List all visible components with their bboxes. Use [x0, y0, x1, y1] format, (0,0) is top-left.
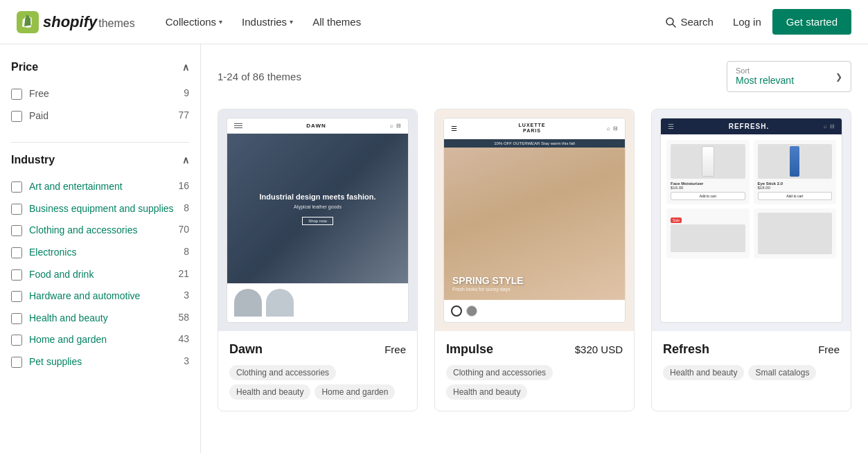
logo[interactable]: shopifythemes [17, 11, 135, 33]
nav-collections[interactable]: Collections ▾ [157, 10, 231, 33]
login-button[interactable]: Log in [733, 16, 761, 28]
filter-item-hardware[interactable]: Hardware and automotive 3 [11, 287, 189, 306]
filter-item-pet[interactable]: Pet supplies 3 [11, 353, 189, 372]
header-actions: Search Log in Get started [657, 9, 851, 35]
refresh-header-bar: ☰ REFRESH. ⌕ ⊟ [661, 118, 842, 134]
industry-filter-section: Industry ∧ Art and entertainment 16 Busi… [11, 154, 189, 371]
industry-filter-header[interactable]: Industry ∧ [11, 154, 189, 166]
nav-industries[interactable]: Industries ▾ [233, 10, 301, 33]
theme-card-impulse[interactable]: ☰ LUXETTEPARIS ⌕ ⊟ 10% OFF OUTERWEAR Sta… [434, 109, 635, 411]
industry-collapse-icon: ∧ [182, 154, 189, 166]
filter-checkbox-home[interactable] [11, 335, 22, 346]
search-icon: ⌕ [824, 123, 827, 130]
header: shopifythemes Collections ▾ Industries ▾… [0, 0, 868, 44]
bag-icon: ⊟ [613, 125, 618, 132]
refresh-tags: Health and beauty Small catalogs [663, 365, 840, 380]
swatch-gray [466, 305, 477, 317]
impulse-navbar: ☰ LUXETTEPARIS ⌕ ⊟ [444, 118, 625, 139]
dawn-tags: Clothing and accessories Health and beau… [229, 365, 406, 400]
hamburger-icon: ☰ [668, 123, 674, 130]
bag-icon-small: ⊟ [396, 123, 401, 129]
sort-chevron-icon: ❯ [835, 72, 842, 82]
collections-chevron-icon: ▾ [219, 18, 222, 26]
get-started-button[interactable]: Get started [772, 9, 851, 35]
refresh-products-grid: Face Moisturizer $16.00 Add to cart Eye … [661, 134, 842, 264]
theme-card-refresh[interactable]: ☰ REFRESH. ⌕ ⊟ [651, 109, 851, 411]
industries-chevron-icon: ▾ [290, 18, 293, 26]
themes-grid: DAWN ⌕ ⊟ Industrial design meets fashion… [218, 109, 851, 411]
hamburger-icon [234, 123, 242, 128]
filter-item-art[interactable]: Art and entertainment 16 [11, 177, 189, 197]
search-icon [665, 17, 676, 28]
filter-item-home[interactable]: Home and garden 43 [11, 330, 189, 350]
filter-item-electronics[interactable]: Electronics 8 [11, 243, 189, 263]
impulse-swatches [444, 300, 625, 322]
logo-wordmark: shopifythemes [43, 13, 135, 31]
filter-item-health[interactable]: Health and beauty 58 [11, 309, 189, 328]
mockup-navbar: DAWN ⌕ ⊟ [227, 118, 408, 134]
dawn-products [227, 283, 408, 322]
filter-item-clothing[interactable]: Clothing and accessories 70 [11, 221, 189, 240]
search-button[interactable]: Search [657, 10, 722, 33]
filter-checkbox-clothing[interactable] [11, 225, 22, 236]
refresh-preview: ☰ REFRESH. ⌕ ⊟ [652, 109, 851, 331]
filter-checkbox-electronics[interactable] [11, 247, 22, 258]
filter-checkbox-food[interactable] [11, 269, 22, 281]
filter-checkbox-health[interactable] [11, 313, 22, 324]
filter-item-free[interactable]: Free 9 [11, 85, 189, 104]
theme-card-dawn[interactable]: DAWN ⌕ ⊟ Industrial design meets fashion… [218, 109, 418, 411]
impulse-hero: SPRING STYLE Fresh looks for sunny days [444, 148, 625, 300]
filter-item-paid[interactable]: Paid 77 [11, 107, 189, 126]
main-layout: Price ∧ Free 9 Paid 77 Ind [0, 44, 868, 453]
price-collapse-icon: ∧ [182, 62, 189, 73]
impulse-preview: ☰ LUXETTEPARIS ⌕ ⊟ 10% OFF OUTERWEAR Sta… [435, 109, 634, 331]
filter-checkbox-paid[interactable] [11, 111, 22, 122]
sidebar: Price ∧ Free 9 Paid 77 Ind [0, 44, 201, 453]
refresh-product-1: Face Moisturizer $16.00 Add to cart [666, 140, 750, 204]
impulse-info: Impulse $320 USD Clothing and accessorie… [435, 331, 634, 411]
dawn-hero: Industrial design meets fashion. Atypica… [227, 134, 408, 283]
filter-checkbox-art[interactable] [11, 181, 22, 193]
search-icon: ⌕ [607, 125, 610, 132]
main-nav: Collections ▾ Industries ▾ All themes [157, 10, 657, 33]
refresh-info: Refresh Free Health and beauty Small cat… [652, 331, 851, 391]
svg-line-2 [673, 24, 675, 27]
price-filter-section: Price ∧ Free 9 Paid 77 [11, 61, 189, 125]
content-header: 1-24 of 86 themes Sort Most relevant ❯ [218, 61, 851, 92]
swatch-white [451, 305, 462, 317]
filter-divider [11, 142, 189, 143]
main-content: 1-24 of 86 themes Sort Most relevant ❯ [201, 44, 868, 453]
impulse-tags: Clothing and accessories Health and beau… [446, 365, 623, 400]
hamburger-icon: ☰ [451, 125, 457, 132]
filter-checkbox-free[interactable] [11, 89, 22, 100]
price-filter-header[interactable]: Price ∧ [11, 61, 189, 73]
results-count: 1-24 of 86 themes [218, 71, 301, 82]
bag-icon: ⊟ [830, 123, 835, 130]
shopify-logo-icon [17, 11, 39, 33]
filter-checkbox-business[interactable] [11, 204, 22, 215]
filter-item-business[interactable]: Business equipment and supplies 8 [11, 199, 189, 219]
filter-checkbox-hardware[interactable] [11, 291, 22, 302]
filter-checkbox-pet[interactable] [11, 357, 22, 368]
dawn-info: Dawn Free Clothing and accessories Healt… [218, 331, 417, 411]
dawn-preview: DAWN ⌕ ⊟ Industrial design meets fashion… [218, 109, 417, 331]
refresh-product-4 [754, 208, 837, 258]
sort-dropdown[interactable]: Sort Most relevant ❯ [727, 61, 851, 92]
filter-item-food[interactable]: Food and drink 21 [11, 265, 189, 285]
search-icon-small: ⌕ [390, 123, 393, 129]
refresh-product-2: Eye Stick 2.0 $18.00 Add to cart [754, 140, 837, 204]
nav-all-themes[interactable]: All themes [304, 10, 369, 33]
refresh-product-3: Sale [666, 208, 750, 258]
